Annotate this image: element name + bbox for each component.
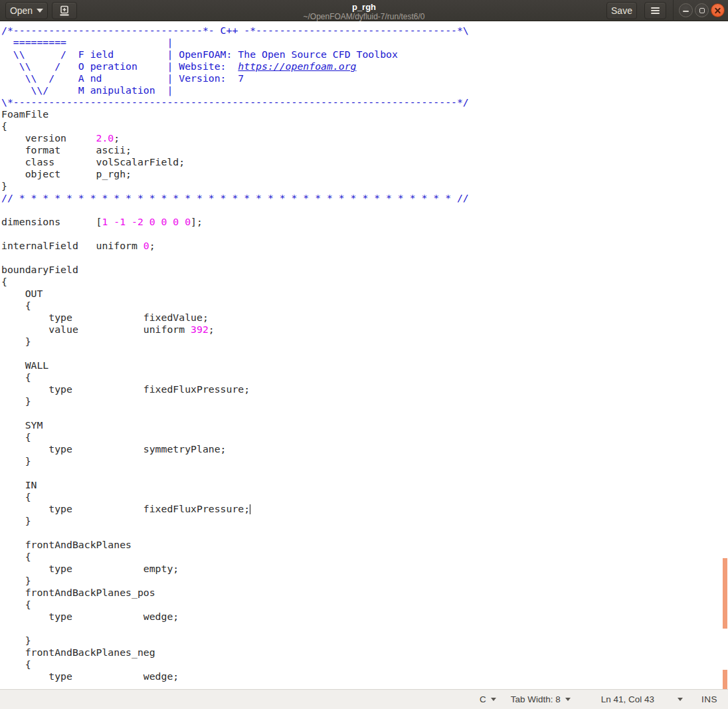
code-line: type fixedFluxPressure; [1, 383, 728, 395]
maximize-button[interactable] [695, 3, 709, 17]
code-line: } [1, 180, 728, 192]
code-line: class volScalarField; [1, 156, 728, 168]
code-line: version 2.0; [1, 132, 728, 144]
code-line: } [1, 635, 728, 647]
code-line: type wedge; [1, 670, 728, 682]
save-button-label: Save [611, 5, 632, 16]
code-line: WALL [1, 359, 728, 371]
input-mode-indicator: INS [701, 694, 717, 704]
headerbar: Open p_rgh ~/OpenFOAM/dyfluid-7/run/test… [0, 0, 728, 21]
code-line: type empty; [1, 563, 728, 575]
code-line: format ascii; [1, 144, 728, 156]
tab-width-label: Tab Width: 8 [511, 694, 561, 704]
code-line: type wedge; [1, 611, 728, 623]
header-separator [673, 0, 674, 21]
document-title: p_rgh [303, 1, 424, 11]
language-selector[interactable]: C [480, 694, 496, 704]
minimize-button[interactable] [679, 3, 693, 17]
open-button[interactable]: Open [5, 2, 48, 19]
code-line: { [1, 658, 728, 670]
code-line: } [1, 336, 728, 348]
code-line: type symmetryPlane; [1, 443, 728, 455]
code-line: FoamFile [1, 108, 728, 120]
code-line [1, 407, 728, 419]
code-line: value uniform 392; [1, 324, 728, 336]
code-line: dimensions [1 -1 -2 0 0 0 0]; [1, 216, 728, 228]
scrollbar-thumb[interactable] [723, 670, 727, 689]
goto-line-dropdown[interactable] [673, 698, 683, 701]
editor-viewport: /*--------------------------------*- C++… [0, 21, 728, 689]
code-line: internalField uniform 0; [1, 240, 728, 252]
code-line: } [1, 395, 728, 407]
code-line: OUT [1, 288, 728, 300]
code-line: ========= | [1, 37, 728, 49]
document-path: ~/OpenFOAM/dyfluid-7/run/test6/0 [303, 11, 424, 21]
code-line: type fixedFluxPressure; [1, 503, 728, 515]
code-line: } [1, 575, 728, 587]
code-line: frontAndBackPlanes [1, 539, 728, 551]
code-line: \\/ M anipulation | [1, 84, 728, 96]
status-bar: C Tab Width: 8 Ln 41, Col 43 INS [0, 689, 728, 709]
code-line [1, 348, 728, 359]
gedit-window: Open p_rgh ~/OpenFOAM/dyfluid-7/run/test… [0, 0, 728, 709]
chevron-down-icon [678, 698, 683, 701]
code-line: /*--------------------------------*- C++… [1, 25, 728, 37]
code-line: } [1, 515, 728, 527]
dropdown-caret-icon [37, 9, 43, 13]
code-line: \\ / F ield | OpenFOAM: The Open Source … [1, 49, 728, 60]
language-label: C [480, 694, 486, 704]
close-button[interactable] [711, 3, 725, 17]
menu-button[interactable] [644, 2, 666, 19]
new-document-button[interactable] [52, 2, 77, 19]
cursor-position: Ln 41, Col 43 [601, 694, 654, 704]
code-line [1, 527, 728, 539]
code-line: \*--------------------------------------… [1, 96, 728, 108]
code-line: { [1, 120, 728, 132]
code-line: frontAndBackPlanes_neg [1, 647, 728, 658]
code-line: \\ / O peration | Website: https://openf… [1, 60, 728, 72]
code-line [1, 252, 728, 264]
code-area[interactable]: /*--------------------------------*- C++… [0, 21, 728, 682]
hamburger-menu-icon [651, 7, 660, 9]
minimize-icon [683, 11, 689, 12]
code-line: // * * * * * * * * * * * * * * * * * * *… [1, 192, 728, 204]
code-line: SYM [1, 419, 728, 431]
tab-width-selector[interactable]: Tab Width: 8 [511, 694, 571, 704]
chevron-down-icon [565, 698, 571, 701]
code-line: { [1, 599, 728, 611]
close-icon [715, 7, 721, 14]
code-line [1, 228, 728, 240]
code-line: frontAndBackPlanes_pos [1, 587, 728, 599]
code-line: type fixedValue; [1, 312, 728, 324]
chevron-down-icon [491, 698, 496, 701]
code-line: { [1, 371, 728, 383]
scrollbar-thumb[interactable] [723, 558, 727, 629]
code-line: } [1, 455, 728, 467]
code-line: \\ / A nd | Version: 7 [1, 72, 728, 84]
code-line: boundaryField [1, 264, 728, 276]
text-cursor [250, 504, 250, 514]
code-line [1, 204, 728, 216]
new-document-icon [58, 5, 70, 17]
maximize-icon [699, 8, 705, 13]
window-controls [679, 3, 725, 17]
save-button[interactable]: Save [606, 2, 637, 19]
code-line: IN [1, 479, 728, 491]
code-line: object p_rgh; [1, 168, 728, 180]
code-line [1, 467, 728, 479]
code-line: { [1, 276, 728, 288]
open-button-label: Open [10, 5, 33, 16]
code-line: { [1, 491, 728, 503]
code-line [1, 623, 728, 635]
code-line: { [1, 300, 728, 312]
code-line: { [1, 551, 728, 563]
code-line: { [1, 431, 728, 443]
window-title-block: p_rgh ~/OpenFOAM/dyfluid-7/run/test6/0 [303, 1, 424, 21]
